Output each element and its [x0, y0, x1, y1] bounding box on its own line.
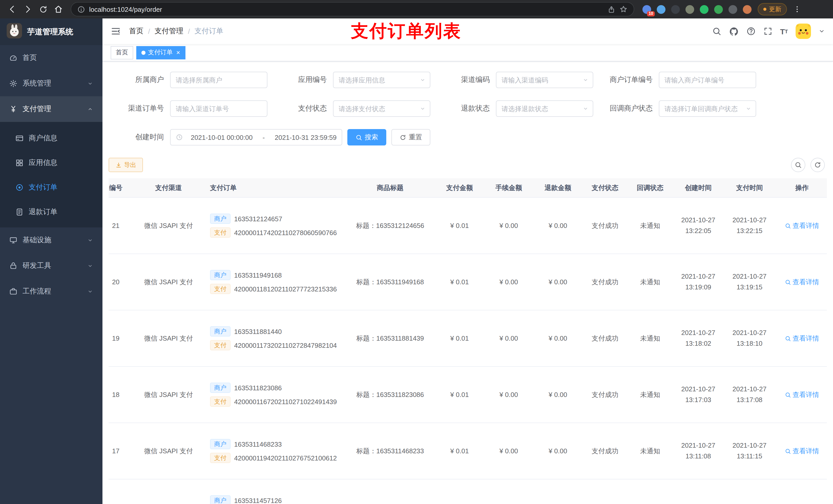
merchant-filter[interactable] [170, 72, 267, 88]
sidebar-item-refund-order[interactable]: 退款订单 [0, 200, 102, 224]
sidebar-item-infra[interactable]: 基础设施 [0, 227, 102, 253]
pay-amount-cell: ¥ 0.01 [435, 389, 484, 401]
view-detail-link[interactable]: 查看详情 [785, 334, 819, 343]
pay-order-line: 支付4200001181202110277723215336 [210, 283, 342, 294]
github-icon[interactable] [729, 26, 738, 36]
extension-chat-green-icon[interactable] [714, 5, 723, 14]
site-info-icon[interactable] [77, 5, 85, 13]
extension-dark-icon[interactable] [671, 5, 680, 14]
top-navbar: 首页/支付管理/支付订单 支付订单列表 TT [102, 19, 833, 44]
sidebar-item-system[interactable]: 系统管理 [0, 71, 102, 96]
merchant-filter-input[interactable] [176, 76, 262, 84]
tab-0[interactable]: 首页 [111, 46, 133, 59]
pay-amount-cell: ¥ 0.01 [435, 445, 484, 457]
sidebar-item-app-info[interactable]: 应用信息 [0, 150, 102, 175]
fee-amount-cell: ¥ 0.00 [484, 220, 533, 232]
toggle-search-button[interactable] [791, 158, 805, 172]
extension-blue-icon[interactable]: 10 [642, 5, 651, 14]
sidebar-item-label: 系统管理 [23, 79, 51, 88]
layout-size-caret-icon[interactable] [819, 28, 825, 34]
app-no-filter-input[interactable] [339, 76, 425, 84]
channel-order-no-filter[interactable] [170, 100, 267, 117]
screen: localhost:1024/pay/order 10 更新 芋道管理系统 首页… [0, 0, 833, 504]
tabs-bar: 首页支付订单× [102, 44, 833, 62]
sidebar-item-pay-order[interactable]: 支付订单 [0, 175, 102, 200]
reset-button[interactable]: 重置 [391, 129, 430, 145]
table-header-cell: 支付时间 [724, 181, 775, 194]
browser-forward-icon[interactable] [21, 2, 35, 16]
yen-icon [9, 105, 18, 113]
fullscreen-icon[interactable] [763, 27, 772, 36]
browser-home-icon[interactable] [51, 2, 66, 16]
merchant-order-no-filter[interactable] [659, 72, 756, 88]
chevron-down-icon [420, 77, 426, 83]
browser-back-icon[interactable] [5, 2, 20, 16]
search-button[interactable]: 搜索 [347, 129, 386, 145]
browser-update-button[interactable]: 更新 [758, 3, 787, 15]
view-detail-link[interactable]: 查看详情 [785, 278, 819, 287]
refund-status-filter-input[interactable] [502, 105, 588, 113]
filter-label: 渠道编码 [434, 75, 496, 85]
pay-order-no: 4200001167202110271022491439 [234, 398, 337, 405]
notify-status-filter[interactable] [659, 100, 756, 117]
chevron-down-icon [582, 77, 589, 83]
active-tab-dot-icon [141, 50, 145, 54]
sidebar-item-pay[interactable]: 支付管理 [0, 96, 102, 122]
product-title-cell: 标题：1635311881439 [345, 332, 435, 345]
browser-menu-icon[interactable] [790, 2, 804, 16]
pay-order-no: 4200001194202110276752100612 [234, 454, 337, 462]
notify-status-filter-input[interactable] [664, 105, 751, 113]
address-bar[interactable]: localhost:1024/pay/order [71, 2, 634, 16]
merchant-order-line: 商户1635311823086 [210, 382, 342, 393]
export-button[interactable]: 导出 [109, 158, 143, 172]
sidebar-item-home[interactable]: 首页 [0, 45, 102, 71]
bookmark-star-icon[interactable] [619, 5, 627, 13]
order-id-cell: 16 [109, 501, 130, 504]
view-detail-link[interactable]: 查看详情 [785, 447, 819, 456]
breadcrumb-item[interactable]: 首页 [129, 27, 143, 36]
pay-status-cell: 支付成功 [582, 219, 627, 232]
merchant-tag: 商户 [210, 439, 231, 449]
breadcrumb-item[interactable]: 支付管理 [155, 27, 184, 36]
pay-channel-cell: 微信 JSAPI 支付 [130, 388, 207, 401]
order-id-cell: 19 [109, 332, 130, 344]
create-time-cell: 2021-10-2713:22:05 [673, 213, 724, 238]
chevron-down-icon [420, 105, 426, 112]
extension-green-icon[interactable] [700, 5, 709, 14]
collapse-sidebar-icon[interactable] [111, 26, 121, 37]
chevron-down-icon [745, 105, 752, 112]
sidebar-item-devtools[interactable]: 研发工具 [0, 253, 102, 279]
extension-lightblue-icon[interactable] [657, 5, 665, 14]
share-icon[interactable] [608, 5, 615, 13]
pay-status-cell: 支付成功 [582, 444, 627, 458]
extension-gray-icon[interactable] [729, 5, 737, 14]
filter-row-date: 创建时间2021-10-01 00:00:00-2021-10-31 23:59… [109, 129, 827, 145]
merchant-order-no-filter-input[interactable] [664, 76, 751, 84]
table-header-cell: 支付订单 [207, 181, 345, 194]
order-id-cell: 17 [109, 445, 130, 457]
close-tab-icon[interactable]: × [176, 49, 180, 56]
channel-code-filter[interactable] [496, 72, 593, 88]
channel-order-no-filter-input[interactable] [176, 105, 262, 113]
search-icon[interactable] [712, 27, 721, 36]
pay-status-filter-input[interactable] [339, 105, 425, 113]
view-detail-link[interactable]: 查看详情 [785, 390, 819, 399]
channel-code-filter-input[interactable] [502, 76, 588, 84]
pay-status-filter[interactable] [333, 100, 430, 117]
extension-olive-icon[interactable] [686, 5, 694, 14]
help-icon[interactable] [746, 27, 755, 36]
view-detail-link[interactable]: 查看详情 [785, 221, 819, 230]
pay-date: 2021-10-27 [727, 271, 772, 282]
refund-status-filter[interactable] [496, 100, 593, 117]
app-no-filter[interactable] [333, 72, 430, 88]
create-time-range-picker[interactable]: 2021-10-01 00:00:00-2021-10-31 23:59:59 [170, 129, 342, 145]
sidebar-item-workflow[interactable]: 工作流程 [0, 279, 102, 304]
tab-1[interactable]: 支付订单× [136, 46, 185, 59]
pay-amount-cell: ¥ 0.01 [435, 220, 484, 232]
extension-avatar-icon[interactable] [743, 5, 752, 14]
font-size-icon[interactable]: TT [780, 27, 788, 35]
user-avatar[interactable] [795, 24, 811, 39]
browser-reload-icon[interactable] [36, 2, 50, 16]
sidebar-item-merchant-info[interactable]: 商户信息 [0, 126, 102, 150]
refresh-table-button[interactable] [810, 158, 825, 172]
